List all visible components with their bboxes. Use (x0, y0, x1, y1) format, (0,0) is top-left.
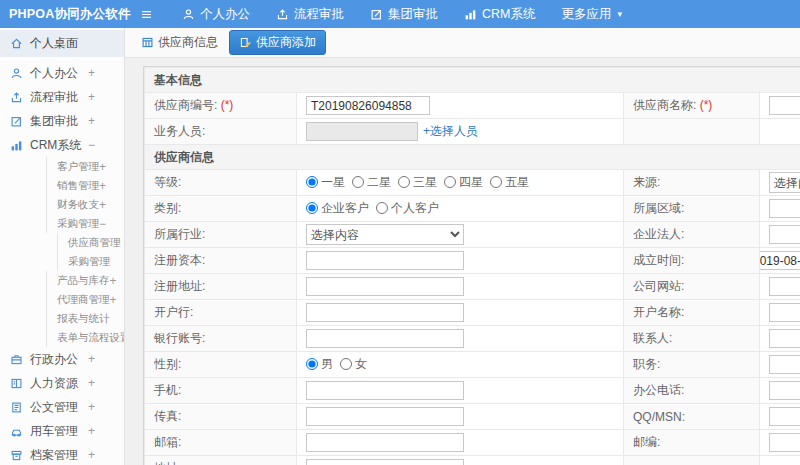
gender-radio-0[interactable]: 男 (306, 357, 333, 371)
supplier-name-input[interactable] (769, 96, 800, 115)
form-row: 邮箱:邮编: (145, 430, 800, 456)
tab-supplier-add[interactable]: 供应商添加 (229, 30, 326, 55)
sidebar: 个人桌面个人办公+流程审批+集团审批+CRM系统−客户管理+销售管理+财务收支+… (0, 28, 125, 465)
expand-plus-icon[interactable]: + (88, 353, 124, 365)
expand-plus-icon[interactable]: + (88, 377, 124, 389)
fax-input[interactable] (306, 407, 464, 426)
category-radio-input-1[interactable] (376, 202, 388, 214)
gender-radio-1[interactable]: 女 (340, 357, 367, 371)
category-radio-0[interactable]: 企业客户 (306, 201, 369, 215)
expand-plus-icon[interactable]: + (99, 161, 125, 173)
zip-input[interactable] (769, 433, 800, 452)
level-radio-3[interactable]: 四星 (444, 175, 483, 189)
sidebar-item-purchase-mgmt[interactable]: 采购管理− (46, 214, 124, 233)
flow-icon (10, 91, 23, 104)
expand-plus-icon[interactable]: + (88, 401, 124, 413)
expand-plus-icon[interactable]: + (99, 180, 125, 192)
expand-plus-icon[interactable]: + (99, 199, 125, 211)
expand-plus-icon[interactable]: + (88, 91, 124, 103)
bank-input[interactable] (306, 303, 464, 322)
gender-radio-input-1[interactable] (340, 358, 352, 370)
sidebar-item-archive-mgmt[interactable]: 档案管理+ (0, 443, 124, 465)
edit-icon (10, 115, 23, 128)
founded-date-input[interactable] (760, 251, 800, 270)
zip-label: 邮编: (624, 430, 760, 456)
sidebar-item-hr[interactable]: 人力资源+ (0, 371, 124, 395)
sidebar-item-label: 客户管理 (57, 160, 99, 174)
nav-item-personal-office[interactable]: 个人办公 (169, 0, 263, 28)
contact-input[interactable] (769, 329, 800, 348)
level-radio-input-2[interactable] (398, 176, 410, 188)
level-radio-4[interactable]: 五星 (490, 175, 529, 189)
sidebar-item-personal-desktop[interactable]: 个人桌面 (0, 30, 124, 57)
sidebar-item-customer-mgmt[interactable]: 客户管理+ (46, 157, 124, 176)
registered-address-input[interactable] (306, 277, 464, 296)
sidebar-item-vehicle-mgmt[interactable]: 用车管理+ (0, 419, 124, 443)
expand-plus-icon[interactable]: + (88, 115, 124, 127)
sidebar-item-finance[interactable]: 财务收支+ (46, 195, 124, 214)
level-radio-input-3[interactable] (444, 176, 456, 188)
sidebar-item-products-inventory[interactable]: 产品与库存+ (46, 271, 124, 290)
nav-item-label: 个人办公 (200, 6, 250, 23)
category-radio-input-0[interactable] (306, 202, 318, 214)
form-row: 所属行业:选择内容企业法人: (145, 222, 800, 248)
menu-icon[interactable] (140, 8, 153, 21)
expand-plus-icon[interactable]: + (110, 275, 126, 287)
mobile-input[interactable] (306, 381, 464, 400)
bank-field-cell (297, 300, 624, 326)
radio-label: 五星 (505, 175, 529, 189)
expand-plus-icon[interactable]: + (88, 449, 124, 461)
office-phone-label: 办公电话: (624, 378, 760, 404)
nav-item-group-approval[interactable]: 集团审批 (357, 0, 451, 28)
collapse-minus-icon[interactable]: − (88, 139, 124, 151)
sidebar-item-personal-office[interactable]: 个人办公+ (0, 61, 124, 85)
sidebar-item-label: 报表与统计 (57, 312, 110, 326)
nav-item-crm[interactable]: CRM系统 (451, 0, 548, 28)
category-radio-1[interactable]: 个人客户 (376, 201, 439, 215)
business-person-picker-link[interactable]: +选择人员 (423, 124, 478, 138)
level-radio-input-0[interactable] (306, 176, 318, 188)
sidebar-item-reports-stats[interactable]: 报表与统计 (46, 309, 124, 328)
user-icon (10, 67, 23, 80)
region-input[interactable] (769, 199, 800, 218)
expand-plus-icon[interactable]: + (110, 294, 126, 306)
gender-radio-input-0[interactable] (306, 358, 318, 370)
sidebar-item-crm[interactable]: CRM系统− (0, 133, 124, 157)
supplier-no-input[interactable] (306, 96, 430, 115)
level-radio-0[interactable]: 一星 (306, 175, 345, 189)
registered-capital-input[interactable] (306, 251, 464, 270)
sidebar-item-group-approval[interactable]: 集团审批+ (0, 109, 124, 133)
sidebar-item-document-mgmt[interactable]: 公文管理+ (0, 395, 124, 419)
expand-plus-icon[interactable]: + (88, 425, 124, 437)
sidebar-item-flow-approval[interactable]: 流程审批+ (0, 85, 124, 109)
collapse-minus-icon[interactable]: − (99, 218, 125, 230)
form-row: 传真:QQ/MSN: (145, 404, 800, 430)
industry-select[interactable]: 选择内容 (306, 224, 464, 245)
level-radio-input-1[interactable] (352, 176, 364, 188)
sidebar-item-agent-mgmt[interactable]: 代理商管理+ (46, 290, 124, 309)
bank-account-input[interactable] (306, 329, 464, 348)
office-phone-input[interactable] (769, 381, 800, 400)
sidebar-item-supplier-mgmt[interactable]: 供应商管理 (57, 233, 124, 252)
nav-item-flow-approval[interactable]: 流程审批 (263, 0, 357, 28)
tab-supplier-info-list[interactable]: 供应商信息 (134, 31, 225, 54)
account-name-input[interactable] (769, 303, 800, 322)
business-person-input[interactable] (306, 122, 418, 141)
expand-plus-icon[interactable]: + (88, 67, 124, 79)
source-select[interactable]: 选择内容 (769, 172, 800, 193)
position-input[interactable] (769, 355, 800, 374)
email-input[interactable] (306, 433, 464, 452)
sidebar-item-form-flow-settings[interactable]: 表单与流程设置+ (46, 328, 124, 347)
sidebar-item-sales-mgmt[interactable]: 销售管理+ (46, 176, 124, 195)
qq-msn-input[interactable] (769, 407, 800, 426)
level-radio-2[interactable]: 三星 (398, 175, 437, 189)
level-radio-1[interactable]: 二星 (352, 175, 391, 189)
legal-person-input[interactable] (769, 225, 800, 244)
address-input[interactable] (306, 459, 464, 465)
sidebar-item-purchase-mgmt-sub[interactable]: 采购管理 (57, 252, 124, 271)
supplier-form-panel: 基本信息供应商编号: (*)供应商名称: (*)业务人员:+选择人员供应商信息等… (143, 66, 800, 465)
sidebar-item-admin-office[interactable]: 行政办公+ (0, 347, 124, 371)
nav-item-more-apps[interactable]: 更多应用▾ (548, 0, 635, 28)
website-input[interactable] (769, 277, 800, 296)
level-radio-input-4[interactable] (490, 176, 502, 188)
